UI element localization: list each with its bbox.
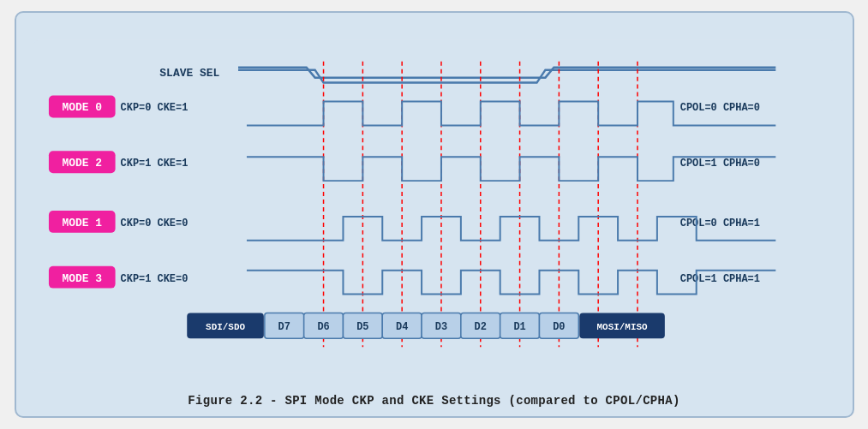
svg-text:D3: D3 bbox=[434, 321, 446, 333]
figure-caption: Figure 2.2 - SPI Mode CKP and CKE Settin… bbox=[33, 387, 835, 408]
svg-text:MODE 3: MODE 3 bbox=[62, 272, 102, 285]
svg-text:D4: D4 bbox=[395, 321, 407, 333]
svg-text:MODE 2: MODE 2 bbox=[62, 157, 102, 170]
svg-text:CPOL=0  CPHA=0: CPOL=0 CPHA=0 bbox=[679, 102, 759, 114]
svg-text:D5: D5 bbox=[356, 321, 368, 333]
svg-text:CPOL=0  CPHA=1: CPOL=0 CPHA=1 bbox=[679, 217, 759, 229]
svg-text:CKP=0  CKE=1: CKP=0 CKE=1 bbox=[120, 102, 188, 114]
svg-text:CKP=1  CKE=0: CKP=1 CKE=0 bbox=[120, 273, 188, 285]
svg-text:D7: D7 bbox=[278, 321, 290, 333]
svg-text:D6: D6 bbox=[317, 321, 329, 333]
svg-text:CKP=0  CKE=0: CKP=0 CKE=0 bbox=[120, 217, 188, 229]
svg-text:D0: D0 bbox=[553, 321, 565, 333]
outer-container: SLAVE SEL MODE 0 CKP=0 CKE=1 bbox=[15, 11, 854, 418]
svg-text:MODE 0: MODE 0 bbox=[62, 101, 102, 114]
diagram-area: SLAVE SEL MODE 0 CKP=0 CKE=1 bbox=[33, 26, 835, 387]
svg-text:D1: D1 bbox=[513, 321, 525, 333]
svg-text:D2: D2 bbox=[474, 321, 486, 333]
svg-text:CPOL=1  CPHA=0: CPOL=1 CPHA=0 bbox=[679, 158, 759, 170]
svg-text:SDI/SDO: SDI/SDO bbox=[206, 322, 245, 332]
svg-text:CPOL=1  CPHA=1: CPOL=1 CPHA=1 bbox=[679, 273, 759, 285]
svg-text:CKP=1  CKE=1: CKP=1 CKE=1 bbox=[120, 158, 188, 170]
slave-sel-label: SLAVE SEL bbox=[159, 67, 219, 80]
svg-text:MOSI/MISO: MOSI/MISO bbox=[596, 322, 648, 332]
svg-text:MODE 1: MODE 1 bbox=[62, 217, 102, 229]
